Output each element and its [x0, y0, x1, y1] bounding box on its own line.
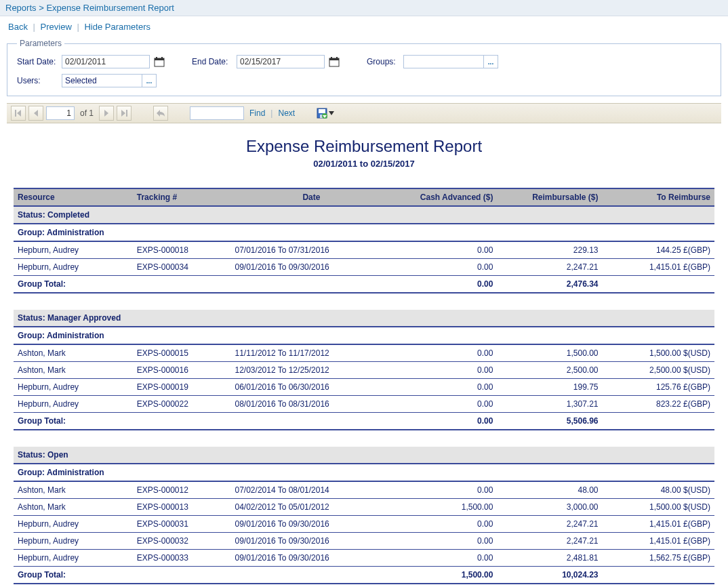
cell-reimb: 2,500.00: [497, 362, 602, 379]
col-cash: Cash Advanced ($): [392, 188, 497, 206]
end-date-label: End Date:: [192, 57, 234, 66]
first-page-button[interactable]: [11, 106, 26, 121]
table-row: Ashton, MarkEXPS-00001612/03/2012 To 12/…: [14, 362, 714, 379]
group-total-toreimb: [603, 276, 714, 294]
end-date-input[interactable]: [237, 55, 325, 68]
cell-toreimb: 1,415.01 £(GBP): [603, 259, 714, 276]
cell-resource: Ashton, Mark: [14, 499, 133, 516]
next-page-button[interactable]: [99, 106, 114, 121]
cell-cash: 0.00: [392, 379, 497, 396]
end-date-calendar-icon[interactable]: [327, 55, 341, 68]
breadcrumb-page[interactable]: Expense Reimbursement Report: [46, 3, 174, 13]
col-date: Date: [231, 188, 392, 206]
cell-date: 04/02/2012 To 05/01/2012: [231, 499, 392, 516]
col-resource: Resource: [14, 188, 133, 206]
back-nav-button[interactable]: [153, 106, 168, 121]
cell-toreimb: 48.00 $(USD): [603, 481, 714, 499]
last-page-button[interactable]: [117, 106, 132, 121]
export-button[interactable]: [317, 108, 334, 119]
svg-rect-13: [126, 110, 127, 117]
group-total-row: Group Total:0.005,506.96: [14, 413, 714, 430]
table-row: Hepburn, AudreyEXPS-00003109/01/2016 To …: [14, 516, 714, 533]
cell-date: 09/01/2016 To 09/30/2016: [231, 516, 392, 533]
cell-reimb: 2,247.21: [497, 516, 602, 533]
cell-date: 11/11/2012 To 11/17/2012: [231, 344, 392, 362]
group-total-label: Group Total:: [14, 567, 392, 584]
cell-cash: 0.00: [392, 259, 497, 276]
hide-parameters-link[interactable]: Hide Parameters: [84, 22, 150, 32]
table-row: Ashton, MarkEXPS-00001511/11/2012 To 11/…: [14, 344, 714, 362]
cell-toreimb: 144.25 £(GBP): [603, 241, 714, 259]
cell-toreimb: 125.76 £(GBP): [603, 379, 714, 396]
groups-select[interactable]: ...: [403, 55, 498, 68]
cell-cash: 0.00: [392, 362, 497, 379]
status-label: Status: Completed: [14, 206, 714, 224]
users-select[interactable]: Selected ...: [62, 74, 157, 87]
preview-link[interactable]: Preview: [41, 22, 72, 32]
cell-resource: Hepburn, Audrey: [14, 516, 133, 533]
cell-date: 09/01/2016 To 09/30/2016: [231, 533, 392, 550]
svg-rect-3: [161, 57, 163, 60]
group-total-reimb: 2,476.34: [497, 276, 602, 294]
svg-rect-2: [156, 57, 157, 60]
status-label: Status: Manager Approved: [14, 310, 714, 327]
back-link[interactable]: Back: [8, 22, 28, 32]
cell-tracking: EXPS-000019: [133, 379, 231, 396]
svg-marker-19: [329, 111, 334, 115]
group-total-cash: 0.00: [392, 276, 497, 294]
breadcrumb-root[interactable]: Reports: [5, 3, 37, 13]
group-total-reimb: 5,506.96: [497, 413, 602, 430]
cell-resource: Hepburn, Audrey: [14, 550, 133, 567]
cell-date: 07/02/2014 To 08/01/2014: [231, 481, 392, 499]
start-date-calendar-icon[interactable]: [153, 55, 166, 68]
find-link[interactable]: Find: [249, 108, 265, 118]
prev-page-button[interactable]: [28, 106, 43, 121]
table-row: Hepburn, AudreyEXPS-00003309/01/2016 To …: [14, 550, 714, 567]
cell-reimb: 1,500.00: [497, 344, 602, 362]
status-row: Status: Manager Approved: [14, 310, 714, 327]
cell-resource: Hepburn, Audrey: [14, 259, 133, 276]
report-body: Expense Reimbursement Report 02/01/2011 …: [14, 137, 714, 587]
cell-reimb: 1,307.21: [497, 396, 602, 413]
cell-reimb: 3,000.00: [497, 499, 602, 516]
table-header-row: Resource Tracking # Date Cash Advanced (…: [14, 188, 714, 206]
cell-resource: Hepburn, Audrey: [14, 241, 133, 259]
table-row: Hepburn, AudreyEXPS-00003209/01/2016 To …: [14, 533, 714, 550]
group-total-label: Group Total:: [14, 276, 392, 294]
svg-rect-8: [15, 110, 16, 117]
find-input[interactable]: [190, 106, 244, 120]
svg-rect-15: [319, 109, 325, 113]
cell-tracking: EXPS-000016: [133, 362, 231, 379]
parameters-fieldset: Parameters Start Date: End Date: Groups:…: [7, 39, 721, 96]
find-next-link[interactable]: Next: [278, 108, 295, 118]
cell-toreimb: 823.22 £(GBP): [603, 396, 714, 413]
group-total-label: Group Total:: [14, 413, 392, 430]
svg-marker-9: [17, 110, 21, 117]
cell-tracking: EXPS-000031: [133, 516, 231, 533]
breadcrumb-sep: >: [39, 3, 44, 13]
cell-toreimb: 1,500.00 $(USD): [603, 344, 714, 362]
cell-cash: 0.00: [392, 481, 497, 499]
cell-cash: 0.00: [392, 516, 497, 533]
cell-date: 06/01/2016 To 06/30/2016: [231, 379, 392, 396]
group-label: Group: Administration: [14, 327, 714, 344]
cell-reimb: 2,481.81: [497, 550, 602, 567]
cell-cash: 0.00: [392, 344, 497, 362]
page-number-input[interactable]: [46, 106, 75, 120]
cell-cash: 0.00: [392, 550, 497, 567]
cell-reimb: 48.00: [497, 481, 602, 499]
col-toreimb: To Reimburse: [603, 188, 714, 206]
cell-reimb: 229.13: [497, 241, 602, 259]
users-label: Users:: [17, 76, 59, 85]
group-total-row: Group Total:1,500.0010,024.23: [14, 567, 714, 584]
cell-resource: Ashton, Mark: [14, 344, 133, 362]
action-links: Back | Preview | Hide Parameters: [0, 16, 728, 37]
start-date-input[interactable]: [62, 55, 150, 68]
users-browse-icon[interactable]: ...: [142, 75, 156, 87]
cell-resource: Ashton, Mark: [14, 362, 133, 379]
report-table: Resource Tracking # Date Cash Advanced (…: [14, 188, 714, 587]
cell-date: 09/01/2016 To 09/30/2016: [231, 259, 392, 276]
cell-date: 08/01/2016 To 08/31/2016: [231, 396, 392, 413]
table-row: Ashton, MarkEXPS-00001304/02/2012 To 05/…: [14, 499, 714, 516]
groups-browse-icon[interactable]: ...: [483, 56, 498, 68]
